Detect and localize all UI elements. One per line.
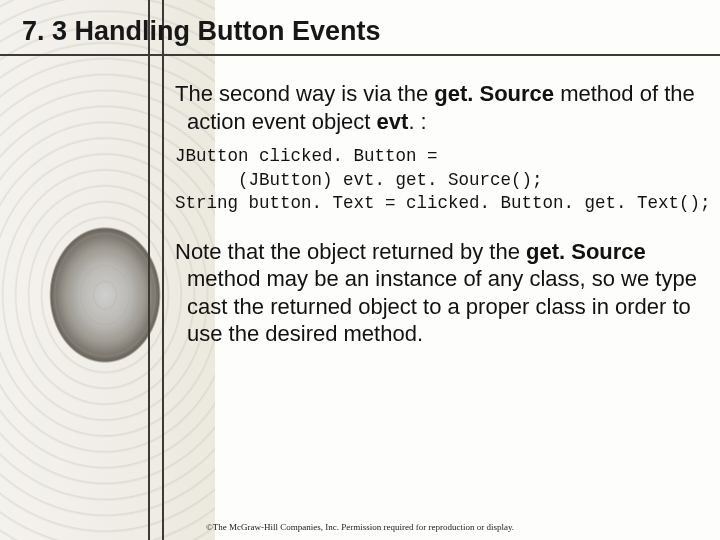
slide-content: 7. 3 Handling Button Events The second w…	[0, 0, 720, 348]
paragraph-intro: The second way is via the get. Source me…	[175, 80, 700, 135]
para1-text-pre: The second way is via the	[175, 81, 434, 106]
copyright-footer: ©The McGraw-Hill Companies, Inc. Permiss…	[0, 522, 720, 532]
title-underline	[0, 54, 720, 56]
para1-bold-evt: evt	[377, 109, 409, 134]
para2-bold-getsource: get. Source	[526, 239, 646, 264]
para1-bold-getsource: get. Source	[434, 81, 554, 106]
para2-text-post: method may be an instance of any class, …	[187, 266, 697, 346]
para1-text-post: . :	[408, 109, 426, 134]
paragraph-note: Note that the object returned by the get…	[175, 238, 700, 348]
para2-text-pre: Note that the object returned by the	[175, 239, 526, 264]
code-block: JButton clicked. Button = (JButton) evt.…	[175, 145, 700, 216]
slide-title: 7. 3 Handling Button Events	[0, 16, 720, 55]
slide-body: The second way is via the get. Source me…	[175, 55, 700, 348]
